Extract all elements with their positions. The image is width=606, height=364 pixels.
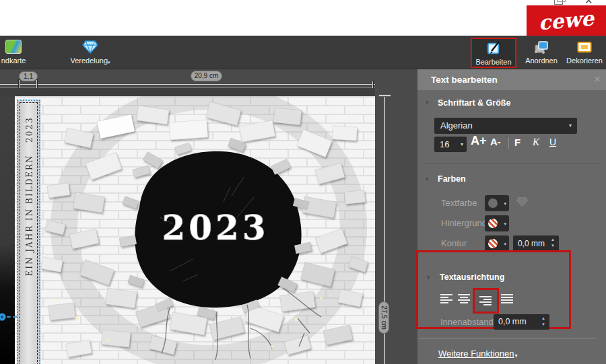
cewe-logo-text: cewe	[537, 6, 596, 34]
divider	[424, 163, 601, 164]
ruler-height-badge: 27,5 cm	[378, 301, 389, 334]
align-bar	[458, 294, 470, 295]
vertical-ruler-cap	[378, 94, 391, 97]
more-functions-link[interactable]: Weitere Funktionen▾	[438, 349, 518, 359]
arrange-icon	[533, 39, 549, 55]
align-right-icon	[479, 296, 492, 307]
align-bar	[440, 297, 448, 298]
toolbar-item-veredelung[interactable]: Veredelung▾	[66, 38, 114, 65]
year-text: 2023	[162, 208, 269, 248]
panel-header: Text bearbeiten ×	[417, 69, 606, 90]
spin-up-icon[interactable]: ▲	[541, 316, 545, 320]
toolbar-item-bearbeiten-active[interactable]: Bearbeiten	[471, 38, 516, 68]
align-bar	[479, 296, 492, 297]
horizontal-ruler-line	[0, 84, 375, 87]
spinner-arrows[interactable]: ▲▼	[549, 237, 556, 249]
bold-button[interactable]: F	[514, 137, 520, 148]
ruler-width-badge: 20,9 cm	[191, 71, 222, 81]
outline-label: Kontur	[441, 238, 467, 248]
font-size-select[interactable]: 16 ▾	[434, 137, 467, 152]
toolbar-item-landkarte[interactable]: ndkarte	[0, 38, 34, 65]
toolbar-item-dekorieren[interactable]: Dekorieren	[564, 38, 605, 65]
increase-font-button[interactable]: A+	[471, 134, 487, 148]
background-label: Hintergrund	[441, 218, 487, 228]
decorate-frame-icon	[576, 39, 593, 55]
page-spine-shadow	[0, 96, 15, 364]
outline-width-spinner[interactable]: 0,0 mm ▲▼	[513, 235, 559, 252]
cewe-logo: cewe	[527, 5, 606, 36]
align-bar	[440, 294, 452, 295]
align-bar	[501, 297, 513, 298]
textcolor-label: Textfarbe	[441, 198, 477, 208]
map-icon	[5, 40, 22, 54]
spin-up-icon[interactable]: ▲	[551, 238, 555, 242]
collapse-caret-icon[interactable]: ▾	[426, 176, 429, 182]
align-bar	[440, 302, 448, 303]
chevron-down-icon: ▾	[504, 201, 506, 207]
align-bar	[479, 301, 492, 303]
align-bar	[501, 299, 513, 301]
no-color-swatch	[488, 219, 498, 228]
landkarte-label: ndkarte	[0, 57, 34, 65]
align-bar	[440, 299, 452, 301]
calendar-page-image[interactable]: 2023	[15, 96, 375, 364]
align-bar	[483, 304, 492, 305]
ruler-offset-badge: 1,1	[19, 71, 38, 81]
alignment-section-label: Textausrichtung	[440, 272, 504, 282]
chevron-down-icon: ▾	[108, 60, 110, 65]
more-functions-label: Weitere Funktionen	[438, 349, 514, 359]
restore-window-icon[interactable]	[554, 0, 563, 5]
selection-handle-line	[7, 316, 17, 318]
align-bar	[501, 294, 513, 295]
colors-section-label: Farben	[438, 174, 466, 184]
textcolor-picker-button[interactable]: ▾	[485, 195, 509, 211]
outline-width-value: 0,0 mm	[518, 239, 545, 248]
spin-down-icon[interactable]: ▼	[541, 322, 545, 326]
align-justify-button[interactable]	[501, 294, 513, 305]
veredelung-label: Veredelung▾	[66, 57, 114, 65]
chevron-down-icon: ▾	[461, 137, 463, 152]
font-family-select[interactable]: Algerian ▾	[434, 118, 577, 134]
chevron-down-icon: ▾	[504, 242, 506, 247]
panel-title: Text bearbeiten	[431, 69, 498, 90]
main-toolbar: ndkarte Veredelung▾ Bearbeiten	[0, 36, 606, 69]
align-center-button[interactable]	[458, 294, 470, 305]
font-size-value: 16	[440, 139, 449, 149]
align-bar	[483, 299, 492, 300]
toolbar-item-anordnen[interactable]: Anordnen	[521, 38, 562, 65]
collapse-caret-icon[interactable]: ▾	[427, 274, 430, 281]
align-right-button-selected[interactable]	[473, 288, 499, 314]
padding-spinner[interactable]: 0,0 mm ▲▼	[494, 314, 549, 330]
text-edit-panel: Text bearbeiten × ▾ Schriftart & Größe A…	[417, 69, 606, 364]
chevron-down-icon: ▾	[515, 353, 518, 359]
spin-down-icon[interactable]: ▼	[551, 244, 555, 248]
spinner-arrows[interactable]: ▲▼	[540, 316, 547, 328]
vertical-title-text: EIN JAHR IN BILDERN 2023	[20, 112, 40, 281]
decrease-font-button[interactable]: A-	[490, 136, 501, 147]
align-left-button[interactable]	[440, 294, 452, 305]
align-bar	[458, 299, 470, 301]
broken-wall-artwork: 2023	[15, 96, 375, 364]
edit-pen-icon	[486, 40, 502, 56]
bearbeiten-label: Bearbeiten	[472, 58, 515, 66]
no-color-swatch	[488, 239, 498, 248]
italic-button[interactable]: K	[533, 137, 539, 148]
outline-picker-button[interactable]: ▾	[485, 235, 509, 252]
font-section-label: Schriftart & Größe	[438, 98, 510, 108]
titlebar: ✕ cewe	[0, 0, 606, 36]
diamond-icon	[81, 40, 99, 54]
underline-button[interactable]: U	[549, 137, 556, 147]
anordnen-label: Anordnen	[521, 57, 562, 65]
editor-canvas: 1,1 20,9 cm 27,5 cm	[0, 69, 417, 364]
chevron-down-icon: ▾	[569, 118, 572, 134]
panel-close-icon[interactable]: ×	[594, 69, 601, 89]
padding-label: Innenabstand	[440, 317, 494, 327]
premium-diamond-icon	[516, 196, 529, 207]
collapse-caret-icon[interactable]: ▾	[426, 99, 429, 106]
background-picker-button[interactable]: ▾	[485, 215, 509, 231]
color-swatch	[488, 198, 498, 208]
divider	[417, 338, 596, 338]
selected-text-frame[interactable]: EIN JAHR IN BILDERN 2023	[17, 100, 40, 364]
padding-value: 0,0 mm	[498, 317, 527, 326]
align-bar	[501, 302, 513, 303]
